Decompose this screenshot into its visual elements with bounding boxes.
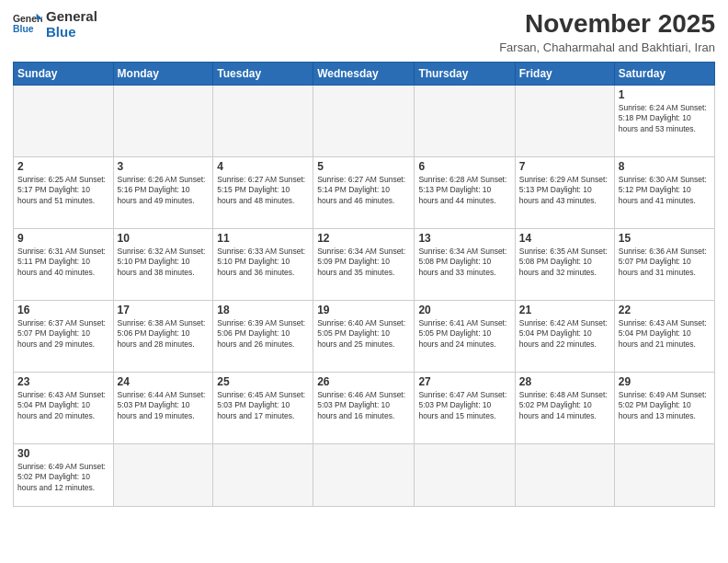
- day-number: 22: [619, 304, 711, 316]
- day-number: 5: [317, 160, 410, 173]
- table-row: 30Sunrise: 6:49 AM Sunset: 5:02 PM Dayli…: [14, 444, 114, 507]
- day-info: Sunrise: 6:37 AM Sunset: 5:07 PM Dayligh…: [17, 318, 109, 350]
- day-number: 24: [118, 375, 210, 388]
- subtitle: Farsan, Chaharmahal and Bakhtiari, Iran: [499, 40, 715, 54]
- day-info: Sunrise: 6:40 AM Sunset: 5:05 PM Dayligh…: [317, 318, 410, 350]
- day-number: 23: [17, 375, 109, 388]
- day-number: 30: [17, 447, 109, 460]
- table-row: [14, 86, 114, 157]
- col-monday: Monday: [113, 63, 213, 86]
- day-info: Sunrise: 6:49 AM Sunset: 5:02 PM Dayligh…: [17, 462, 109, 493]
- table-row: 26Sunrise: 6:46 AM Sunset: 5:03 PM Dayli…: [313, 373, 415, 444]
- table-row: 6Sunrise: 6:28 AM Sunset: 5:13 PM Daylig…: [415, 157, 515, 229]
- day-info: Sunrise: 6:41 AM Sunset: 5:05 PM Dayligh…: [418, 318, 510, 350]
- table-row: 17Sunrise: 6:38 AM Sunset: 5:06 PM Dayli…: [113, 301, 213, 373]
- day-info: Sunrise: 6:47 AM Sunset: 5:03 PM Dayligh…: [418, 390, 510, 421]
- table-row: 19Sunrise: 6:40 AM Sunset: 5:05 PM Dayli…: [313, 301, 415, 373]
- day-info: Sunrise: 6:27 AM Sunset: 5:14 PM Dayligh…: [317, 175, 410, 206]
- table-row: 18Sunrise: 6:39 AM Sunset: 5:06 PM Dayli…: [213, 301, 313, 373]
- table-row: 9Sunrise: 6:31 AM Sunset: 5:11 PM Daylig…: [14, 229, 114, 301]
- day-info: Sunrise: 6:34 AM Sunset: 5:09 PM Dayligh…: [317, 247, 410, 278]
- day-number: 8: [619, 160, 711, 173]
- table-row: 11Sunrise: 6:33 AM Sunset: 5:10 PM Dayli…: [213, 229, 313, 301]
- table-row: 21Sunrise: 6:42 AM Sunset: 5:04 PM Dayli…: [515, 301, 614, 373]
- day-number: 11: [217, 232, 309, 245]
- table-row: 24Sunrise: 6:44 AM Sunset: 5:03 PM Dayli…: [113, 373, 213, 444]
- day-number: 26: [317, 375, 410, 388]
- day-number: 29: [619, 375, 711, 388]
- day-info: Sunrise: 6:44 AM Sunset: 5:03 PM Dayligh…: [118, 390, 210, 421]
- title-block: November 2025 Farsan, Chaharmahal and Ba…: [499, 9, 715, 54]
- logo-general: General: [46, 9, 97, 25]
- day-number: 20: [418, 304, 510, 316]
- day-number: 6: [418, 160, 510, 173]
- logo-blue: Blue: [46, 25, 97, 40]
- table-row: 28Sunrise: 6:48 AM Sunset: 5:02 PM Dayli…: [515, 373, 614, 444]
- day-info: Sunrise: 6:24 AM Sunset: 5:18 PM Dayligh…: [619, 103, 711, 134]
- table-row: 27Sunrise: 6:47 AM Sunset: 5:03 PM Dayli…: [415, 373, 515, 444]
- table-row: 13Sunrise: 6:34 AM Sunset: 5:08 PM Dayli…: [415, 229, 515, 301]
- day-number: 17: [118, 304, 210, 316]
- day-number: 2: [17, 160, 109, 173]
- day-info: Sunrise: 6:35 AM Sunset: 5:08 PM Dayligh…: [519, 247, 610, 278]
- col-sunday: Sunday: [14, 63, 114, 86]
- day-info: Sunrise: 6:43 AM Sunset: 5:04 PM Dayligh…: [17, 390, 109, 421]
- table-row: 20Sunrise: 6:41 AM Sunset: 5:05 PM Dayli…: [415, 301, 515, 373]
- day-info: Sunrise: 6:42 AM Sunset: 5:04 PM Dayligh…: [519, 318, 610, 350]
- table-row: 4Sunrise: 6:27 AM Sunset: 5:15 PM Daylig…: [213, 157, 313, 229]
- col-friday: Friday: [515, 63, 614, 86]
- day-number: 7: [519, 160, 610, 173]
- day-number: 12: [317, 232, 410, 245]
- day-info: Sunrise: 6:36 AM Sunset: 5:07 PM Dayligh…: [619, 247, 711, 278]
- col-tuesday: Tuesday: [213, 63, 313, 86]
- table-row: [515, 86, 614, 157]
- table-row: 23Sunrise: 6:43 AM Sunset: 5:04 PM Dayli…: [14, 373, 114, 444]
- table-row: [313, 444, 415, 507]
- day-number: 14: [519, 232, 610, 245]
- day-number: 4: [217, 160, 309, 173]
- day-info: Sunrise: 6:49 AM Sunset: 5:02 PM Dayligh…: [619, 390, 711, 421]
- day-number: 3: [118, 160, 210, 173]
- page: General Blue General Blue November 2025 …: [0, 0, 728, 563]
- main-title: November 2025: [499, 9, 715, 39]
- table-row: 12Sunrise: 6:34 AM Sunset: 5:09 PM Dayli…: [313, 229, 415, 301]
- table-row: 5Sunrise: 6:27 AM Sunset: 5:14 PM Daylig…: [313, 157, 415, 229]
- table-row: 29Sunrise: 6:49 AM Sunset: 5:02 PM Dayli…: [614, 373, 714, 444]
- day-number: 21: [519, 304, 610, 316]
- day-number: 27: [418, 375, 510, 388]
- day-number: 16: [17, 304, 109, 316]
- day-number: 9: [17, 232, 109, 245]
- table-row: [113, 86, 213, 157]
- table-row: [113, 444, 213, 507]
- day-number: 18: [217, 304, 309, 316]
- logo-icon: General Blue: [13, 12, 42, 38]
- day-info: Sunrise: 6:26 AM Sunset: 5:16 PM Dayligh…: [118, 175, 210, 206]
- day-info: Sunrise: 6:43 AM Sunset: 5:04 PM Dayligh…: [619, 318, 711, 350]
- table-row: [415, 444, 515, 507]
- day-number: 15: [619, 232, 711, 245]
- table-row: [213, 444, 313, 507]
- day-number: 25: [217, 375, 309, 388]
- day-info: Sunrise: 6:31 AM Sunset: 5:11 PM Dayligh…: [17, 247, 109, 278]
- day-info: Sunrise: 6:29 AM Sunset: 5:13 PM Dayligh…: [519, 175, 610, 206]
- calendar: Sunday Monday Tuesday Wednesday Thursday…: [13, 62, 715, 507]
- table-row: 8Sunrise: 6:30 AM Sunset: 5:12 PM Daylig…: [614, 157, 714, 229]
- day-info: Sunrise: 6:38 AM Sunset: 5:06 PM Dayligh…: [118, 318, 210, 350]
- day-info: Sunrise: 6:45 AM Sunset: 5:03 PM Dayligh…: [217, 390, 309, 421]
- table-row: 25Sunrise: 6:45 AM Sunset: 5:03 PM Dayli…: [213, 373, 313, 444]
- logo: General Blue General Blue: [13, 9, 97, 40]
- day-info: Sunrise: 6:28 AM Sunset: 5:13 PM Dayligh…: [418, 175, 510, 206]
- col-thursday: Thursday: [415, 63, 515, 86]
- day-info: Sunrise: 6:46 AM Sunset: 5:03 PM Dayligh…: [317, 390, 410, 421]
- svg-text:Blue: Blue: [13, 24, 34, 34]
- table-row: 22Sunrise: 6:43 AM Sunset: 5:04 PM Dayli…: [614, 301, 714, 373]
- col-wednesday: Wednesday: [313, 63, 415, 86]
- day-info: Sunrise: 6:34 AM Sunset: 5:08 PM Dayligh…: [418, 247, 510, 278]
- table-row: [515, 444, 614, 507]
- day-number: 10: [118, 232, 210, 245]
- table-row: 2Sunrise: 6:25 AM Sunset: 5:17 PM Daylig…: [14, 157, 114, 229]
- day-info: Sunrise: 6:33 AM Sunset: 5:10 PM Dayligh…: [217, 247, 309, 278]
- table-row: [213, 86, 313, 157]
- day-number: 1: [619, 88, 711, 101]
- day-info: Sunrise: 6:32 AM Sunset: 5:10 PM Dayligh…: [118, 247, 210, 278]
